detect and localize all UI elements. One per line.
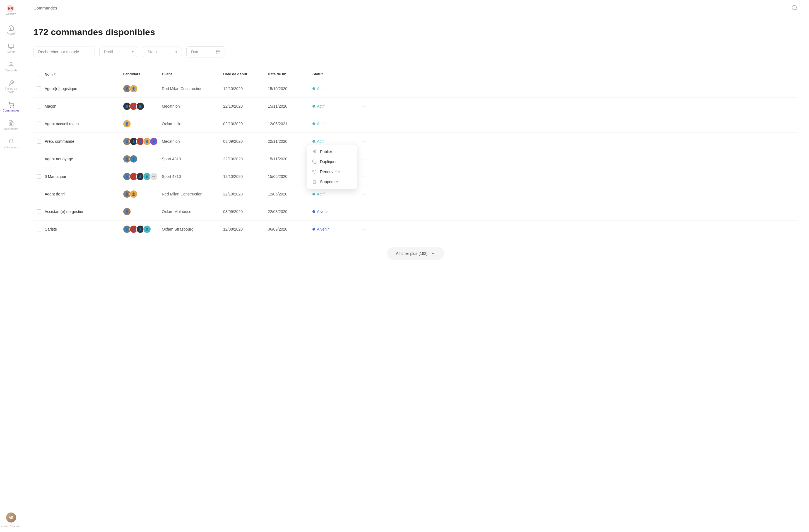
row-checkbox[interactable] bbox=[37, 104, 41, 108]
table-header-row: Nom ▾ Candidats Client Date de début Dat… bbox=[33, 69, 798, 80]
row-actions-btn[interactable]: ··· bbox=[357, 226, 374, 232]
row-client: Oxfam Lille bbox=[162, 122, 223, 126]
sidebar-item-candidats[interactable]: Candidats bbox=[1, 59, 21, 75]
context-menu-item-supprimer[interactable]: Supprimer bbox=[307, 177, 357, 187]
more-icon[interactable]: ··· bbox=[362, 139, 368, 144]
status-dot bbox=[312, 210, 315, 213]
svg-line-9 bbox=[796, 9, 797, 10]
status-dot bbox=[312, 140, 315, 143]
row-checkbox[interactable] bbox=[37, 122, 41, 126]
sidebar-item-accueil[interactable]: Accueil bbox=[1, 22, 21, 38]
sidebar-item-commandes[interactable]: Commandes bbox=[1, 99, 21, 115]
row-actions-btn[interactable]: ··· bbox=[357, 156, 374, 162]
more-icon[interactable]: ··· bbox=[362, 209, 368, 215]
row-client: Mecathlon bbox=[162, 139, 223, 144]
renouveler-icon bbox=[312, 170, 316, 174]
profil-label: Profil bbox=[104, 50, 113, 54]
keyword-search-input[interactable] bbox=[33, 47, 95, 57]
row-check[interactable] bbox=[33, 174, 45, 179]
more-icon[interactable]: ··· bbox=[362, 226, 368, 232]
profil-filter[interactable]: Profil ▾ bbox=[99, 47, 138, 57]
row-actions-btn[interactable]: ··· bbox=[357, 121, 374, 127]
svg-point-4 bbox=[10, 107, 11, 107]
row-candidates: 👤 bbox=[123, 208, 162, 216]
row-check[interactable] bbox=[33, 227, 45, 231]
more-icon[interactable]: ··· bbox=[362, 191, 368, 197]
row-nom: Cariste bbox=[45, 227, 123, 231]
row-candidates: 👤 👤 👤 bbox=[123, 102, 162, 110]
context-menu-item-renouveler[interactable]: Renouveler bbox=[307, 167, 357, 177]
statut-label: Statut bbox=[148, 50, 158, 54]
row-actions-btn[interactable]: ··· bbox=[357, 103, 374, 109]
row-check[interactable] bbox=[33, 157, 45, 161]
row-statut: Actif bbox=[312, 86, 357, 91]
row-date-debut: 03/09/2020 bbox=[223, 139, 268, 144]
commandes-table: Nom ▾ Candidats Client Date de début Dat… bbox=[33, 69, 798, 238]
chevron-down-icon: ▾ bbox=[132, 50, 134, 54]
row-check[interactable] bbox=[33, 209, 45, 214]
context-menu-item-publier[interactable]: Publier bbox=[307, 147, 357, 157]
status-dot bbox=[312, 228, 315, 231]
table-row: Agent(e) logistique 👤 👤 Red Milan Constr… bbox=[33, 80, 798, 97]
row-checkbox[interactable] bbox=[37, 209, 41, 214]
row-actions-btn[interactable]: ··· bbox=[357, 209, 374, 215]
row-check[interactable] bbox=[33, 122, 45, 126]
row-check[interactable] bbox=[33, 139, 45, 144]
row-statut: A venir bbox=[312, 227, 357, 231]
context-menu-item-dupliquer[interactable]: Dupliquer bbox=[307, 157, 357, 167]
candidats-icon bbox=[8, 61, 14, 68]
more-icon[interactable]: ··· bbox=[362, 86, 368, 92]
dupliquer-icon bbox=[312, 159, 316, 164]
table-row: Agent de tri 👤 👤 Red Milan Construction … bbox=[33, 185, 798, 203]
header-date-fin: Date de fin bbox=[268, 72, 312, 76]
date-filter[interactable]: Date bbox=[186, 46, 225, 57]
row-check[interactable] bbox=[33, 86, 45, 91]
documents-icon bbox=[8, 120, 14, 126]
row-checkbox[interactable] bbox=[37, 157, 41, 161]
row-checkbox[interactable] bbox=[37, 139, 41, 144]
row-client: Oxfam Mulhouse bbox=[162, 209, 223, 214]
row-actions-btn[interactable]: ··· bbox=[357, 86, 374, 92]
row-checkbox[interactable] bbox=[37, 192, 41, 196]
row-actions-btn[interactable]: ··· bbox=[357, 174, 374, 180]
row-nom: Assistant(e) de gestion bbox=[45, 209, 123, 214]
row-client: Oxfam Strasbourg bbox=[162, 227, 223, 231]
sidebar-user[interactable]: AE Andrea Estafinao. bbox=[1, 513, 21, 528]
row-check[interactable] bbox=[33, 192, 45, 196]
row-nom: Maçon bbox=[45, 104, 123, 108]
sort-icon[interactable]: ▾ bbox=[54, 72, 55, 76]
status-label: Actif bbox=[317, 86, 324, 91]
row-check[interactable] bbox=[33, 104, 45, 108]
load-more-button[interactable]: Afficher plus (162) bbox=[387, 247, 444, 260]
row-client: Mecathlon bbox=[162, 104, 223, 108]
row-checkbox[interactable] bbox=[37, 86, 41, 91]
row-statut: Actif bbox=[312, 192, 357, 196]
search-icon[interactable] bbox=[791, 4, 798, 11]
sidebar-item-documents[interactable]: Documents bbox=[1, 118, 21, 134]
header-check[interactable] bbox=[33, 72, 45, 76]
filters-bar: Profil ▾ Statut ▾ Date bbox=[33, 46, 798, 57]
statut-filter[interactable]: Statut ▾ bbox=[143, 47, 182, 57]
row-actions-btn[interactable]: ··· bbox=[357, 191, 374, 197]
table-row: 6 Manut jour 👤 👤 👤 👤 +2 Sport 4810 12/10… bbox=[33, 168, 798, 185]
row-date-fin: 06/09/2020 bbox=[268, 227, 312, 231]
row-actions-btn[interactable]: ··· Publier bbox=[357, 139, 374, 144]
header: Commandes bbox=[22, 0, 809, 16]
row-checkbox[interactable] bbox=[37, 174, 41, 179]
more-icon[interactable]: ··· bbox=[362, 121, 368, 127]
row-nom: Agent(e) logistique bbox=[45, 86, 123, 91]
header-date-debut: Date de début bbox=[223, 72, 268, 76]
svg-rect-10 bbox=[216, 50, 220, 54]
sidebar-item-clients[interactable]: Clients bbox=[1, 40, 21, 57]
row-candidates: 👤 👤 👤 👤 👤 bbox=[123, 137, 162, 145]
row-statut: A venir bbox=[312, 209, 357, 214]
row-date-debut: 22/10/2020 bbox=[223, 157, 268, 161]
status-dot bbox=[312, 105, 315, 108]
sidebar-item-notifications[interactable]: Notifications bbox=[1, 136, 21, 152]
select-all-checkbox[interactable] bbox=[37, 72, 41, 76]
more-icon[interactable]: ··· bbox=[362, 103, 368, 109]
row-checkbox[interactable] bbox=[37, 227, 41, 231]
more-icon[interactable]: ··· bbox=[362, 174, 368, 180]
sidebar-item-fiches[interactable]: Fiches de poste bbox=[1, 77, 21, 97]
more-icon[interactable]: ··· bbox=[362, 156, 368, 162]
